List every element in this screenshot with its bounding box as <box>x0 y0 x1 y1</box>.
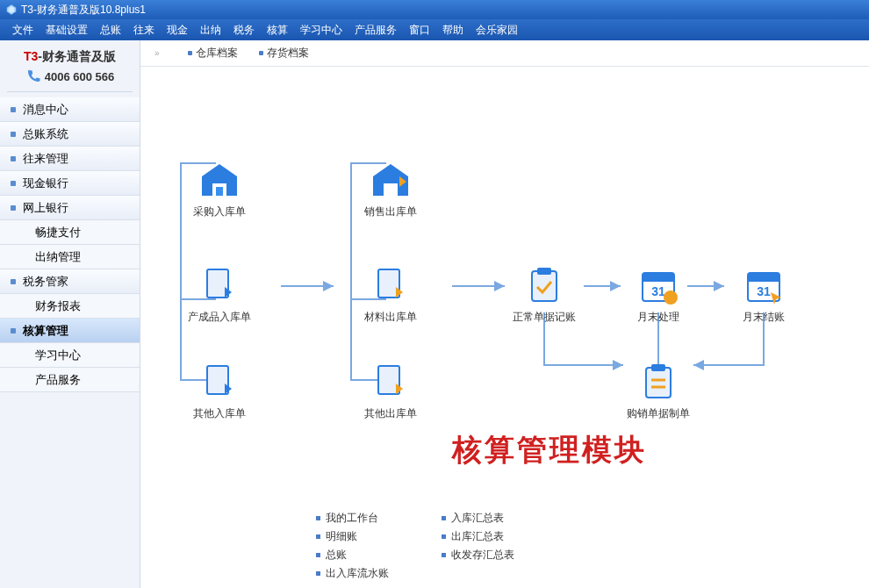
menu-tax[interactable]: 税务 <box>228 21 260 39</box>
sidebar-item[interactable]: 现金银行 <box>0 171 140 196</box>
node-purchase-in[interactable]: 采购入库单 <box>184 159 255 219</box>
sidebar-item-label: 核算管理 <box>23 324 68 337</box>
svg-point-9 <box>664 290 678 305</box>
sidebar-item[interactable]: 税务管家 <box>0 269 140 294</box>
bottom-link[interactable]: 明细账 <box>316 527 389 546</box>
node-month-close[interactable]: 31月末结账 <box>729 264 799 325</box>
sidebar-item[interactable]: 核算管理 <box>0 319 140 343</box>
sidebar: T3-财务通普及版 4006 600 566 消息中心总账系统往来管理现金银行网… <box>0 40 140 588</box>
sidebar-item[interactable]: 学习中心 <box>0 343 140 368</box>
bottom-link[interactable]: 入库汇总表 <box>442 509 514 527</box>
document-out-icon <box>370 264 412 306</box>
document-in-icon <box>198 264 241 306</box>
bottom-links: 我的工作台明细账总账出入库流水账 入库汇总表出库汇总表收发存汇总表 <box>316 509 514 583</box>
sidebar-item-label: 产品服务 <box>35 373 81 386</box>
calendar-process-icon: 31 <box>637 264 679 306</box>
svg-rect-11 <box>748 273 779 282</box>
node-material-out[interactable]: 材料出库单 <box>356 264 426 325</box>
breadcrumb-inventory[interactable]: 存货档案 <box>259 46 309 61</box>
menubar: 文件 基础设置 总账 往来 现金 出纳 税务 核算 学习中心 产品服务 窗口 帮… <box>0 19 869 40</box>
sidebar-item-label: 学习中心 <box>35 348 81 362</box>
clipboard-check-icon <box>523 264 565 306</box>
bottom-link[interactable]: 总账 <box>316 546 389 564</box>
brand-title: T3-财务通普及版 <box>7 49 133 65</box>
sidebar-item-label: 畅捷支付 <box>35 226 81 239</box>
svg-rect-4 <box>532 271 557 301</box>
menu-ar-ap[interactable]: 往来 <box>128 21 160 39</box>
menu-file[interactable]: 文件 <box>7 21 39 39</box>
warehouse-out-icon <box>370 159 412 201</box>
svg-text:31: 31 <box>651 284 665 298</box>
svg-rect-7 <box>643 273 674 282</box>
node-normal-posting[interactable]: 正常单据记账 <box>509 264 579 325</box>
sidebar-item-label: 网上银行 <box>23 201 68 214</box>
window-titlebar: T3-财务通普及版10.8plus1 <box>0 0 869 19</box>
breadcrumb: » 仓库档案 存货档案 <box>140 40 869 67</box>
calendar-close-icon: 31 <box>743 264 785 306</box>
sidebar-item[interactable]: 财务报表 <box>0 294 140 319</box>
svg-rect-13 <box>646 368 671 398</box>
phone-icon <box>25 68 41 84</box>
flowchart: 采购入库单 产成品入库单 其他入库单 销售出库单 材料出库单 其他出库单 正常单… <box>140 67 869 435</box>
bottom-link[interactable]: 出入库流水账 <box>316 564 389 583</box>
svg-rect-14 <box>651 364 665 371</box>
sidebar-item[interactable]: 总账系统 <box>0 122 140 147</box>
warehouse-in-icon <box>198 159 241 201</box>
main-area: » 仓库档案 存货档案 采购入库单 产成品入库单 <box>140 40 869 588</box>
bottom-link[interactable]: 出库汇总表 <box>442 527 514 546</box>
sidebar-item[interactable]: 出纳管理 <box>0 245 140 269</box>
sidebar-item-label: 出纳管理 <box>35 250 81 263</box>
menu-accounting[interactable]: 核算 <box>262 21 293 39</box>
node-sales-out[interactable]: 销售出库单 <box>356 159 426 219</box>
document-other-out-icon <box>370 361 412 403</box>
bottom-link[interactable]: 我的工作台 <box>316 509 389 527</box>
document-other-in-icon <box>198 361 241 403</box>
sidebar-item-label: 消息中心 <box>23 103 68 116</box>
support-phone: 4006 600 566 <box>7 68 133 92</box>
menu-ledger[interactable]: 总账 <box>95 21 126 39</box>
window-title: T3-财务通普及版10.8plus1 <box>21 3 146 18</box>
clipboard-voucher-icon <box>637 361 679 403</box>
menu-help[interactable]: 帮助 <box>437 21 469 39</box>
menu-window[interactable]: 窗口 <box>404 21 435 39</box>
sidebar-item[interactable]: 消息中心 <box>0 97 140 122</box>
breadcrumb-chevron-icon: » <box>154 48 160 58</box>
sidebar-item[interactable]: 畅捷支付 <box>0 220 140 245</box>
menu-basic-settings[interactable]: 基础设置 <box>40 21 93 39</box>
menu-cashier[interactable]: 出纳 <box>195 21 226 39</box>
node-sales-voucher[interactable]: 购销单据制单 <box>623 361 693 421</box>
sidebar-item-label: 总账系统 <box>23 127 68 140</box>
svg-rect-5 <box>537 268 551 275</box>
brand-block: T3-财务通普及版 4006 600 566 <box>0 40 140 97</box>
sidebar-item-label: 税务管家 <box>23 275 68 288</box>
module-title: 核算管理模块 <box>452 430 647 470</box>
node-finished-in[interactable]: 产成品入库单 <box>184 264 255 325</box>
node-other-in[interactable]: 其他入库单 <box>184 361 255 421</box>
sidebar-item-label: 现金银行 <box>23 176 68 190</box>
sidebar-item[interactable]: 往来管理 <box>0 147 140 171</box>
menu-cash[interactable]: 现金 <box>162 21 193 39</box>
breadcrumb-warehouse[interactable]: 仓库档案 <box>188 46 238 61</box>
sidebar-item-label: 往来管理 <box>23 152 68 165</box>
menu-community[interactable]: 会乐家园 <box>470 21 523 39</box>
menu-products[interactable]: 产品服务 <box>349 21 402 39</box>
menu-study[interactable]: 学习中心 <box>295 21 348 39</box>
node-other-out[interactable]: 其他出库单 <box>356 361 426 421</box>
svg-text:31: 31 <box>757 284 771 298</box>
sidebar-item-label: 财务报表 <box>35 299 81 312</box>
app-icon <box>5 4 18 16</box>
sidebar-nav: 消息中心总账系统往来管理现金银行网上银行畅捷支付出纳管理税务管家财务报表核算管理… <box>0 97 140 392</box>
sidebar-item[interactable]: 网上银行 <box>0 196 140 220</box>
node-month-end[interactable]: 31月末处理 <box>623 264 693 325</box>
bottom-link[interactable]: 收发存汇总表 <box>442 546 514 564</box>
sidebar-item[interactable]: 产品服务 <box>0 368 140 392</box>
